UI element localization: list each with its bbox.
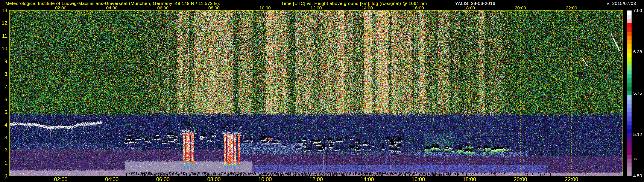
x-tick-label-bottom: 22:00	[565, 177, 578, 182]
colorbar-step	[627, 104, 632, 108]
colorbar-step	[627, 133, 632, 138]
y-tick-label: 10.	[0, 46, 8, 51]
colorbar-step	[627, 99, 632, 104]
y-tick-label: 1.	[0, 161, 8, 166]
colorbar-step	[627, 129, 632, 133]
colorbar-step	[627, 155, 632, 159]
colorbar-step	[627, 95, 632, 99]
colorbar-step	[627, 125, 632, 129]
x-tick-label-bottom: 20:00	[514, 177, 527, 182]
colorbar	[627, 10, 632, 176]
x-tick-label-top: 22:00	[566, 5, 577, 10]
colorbar-step	[627, 172, 632, 176]
lidar-quicklook-page: Meteorological Institute of Ludwig-Maxim…	[0, 0, 644, 182]
x-tick-label-bottom: 10:00	[258, 177, 272, 182]
x-tick-label-top: 06:00	[157, 5, 168, 10]
x-tick-label-top: 14:00	[362, 5, 373, 10]
colorbar-step	[627, 57, 632, 61]
colorbar-step	[627, 142, 632, 146]
y-tick-label: 0.	[0, 173, 8, 178]
colorbar-step	[627, 163, 632, 168]
x-tick-label-bottom: 18:00	[462, 177, 476, 182]
colorbar-tick-label: 5.75	[633, 91, 644, 95]
colorbar-step	[627, 150, 632, 155]
x-tick-label-bottom: 02:00	[54, 177, 68, 182]
colorbar-note: eq	[634, 157, 637, 160]
x-tick-label-top: 18:00	[464, 5, 475, 10]
colorbar-tick-label: 5.12	[633, 132, 644, 137]
colorbar-step	[627, 78, 632, 83]
colorbar-step	[627, 53, 632, 57]
colorbar-tick-label: 4.50	[633, 174, 644, 178]
plot-area	[10, 10, 623, 176]
colorbar-step	[627, 91, 632, 95]
colorbar-step	[627, 70, 632, 74]
colorbar-step	[627, 83, 632, 87]
x-tick-label-top: 12:00	[310, 5, 322, 10]
x-tick-label-top: 08:00	[208, 5, 220, 10]
colorbar-step	[627, 23, 632, 27]
plot-title: Time [UTC] vs. Height above ground [km]:…	[281, 1, 427, 6]
colorbar-tick-label: 7.00	[633, 8, 644, 13]
colorbar-step	[627, 116, 632, 121]
x-tick-label-bottom: 08:00	[207, 177, 221, 182]
x-tick-label-bottom: 06:00	[156, 177, 170, 182]
colorbar-tick-label: 6.38	[633, 50, 644, 54]
colorbar-step	[627, 146, 632, 151]
colorbar-step	[627, 138, 632, 142]
x-tick-label-top: 02:00	[55, 5, 66, 10]
y-tick-label: 6.	[0, 97, 8, 102]
colorbar-step	[627, 159, 632, 163]
colorbar-step	[627, 36, 632, 40]
y-tick-label: 9.	[0, 59, 8, 64]
colorbar-step	[627, 87, 632, 91]
x-tick-label-top: 16:00	[412, 5, 424, 10]
y-tick-label: 3.	[0, 135, 8, 140]
x-tick-label-top: 04:00	[106, 5, 118, 10]
y-tick-label: 7.	[0, 84, 8, 89]
colorbar-step	[627, 66, 632, 70]
y-tick-label: 5.	[0, 110, 8, 115]
colorbar-step	[627, 121, 632, 125]
x-tick-label-bottom: 16:00	[412, 177, 425, 182]
x-tick-label-bottom: 04:00	[105, 177, 119, 182]
x-tick-label-top: 10:00	[259, 5, 271, 10]
y-tick-label: 11.	[0, 33, 8, 39]
colorbar-step	[627, 10, 632, 15]
version-label: V: 2015/07/03	[606, 1, 636, 6]
x-tick-label-bottom: 14:00	[360, 177, 374, 182]
y-tick-label: 13.	[0, 8, 8, 13]
colorbar-step	[627, 61, 632, 66]
lidar-heatmap-canvas	[10, 10, 622, 176]
x-tick-label-top: 20:00	[515, 5, 526, 10]
colorbar-step	[627, 40, 632, 45]
y-tick-label: 2.	[0, 148, 8, 153]
colorbar-step	[627, 108, 632, 112]
colorbar-step	[627, 27, 632, 32]
colorbar-step	[627, 15, 632, 19]
colorbar-step	[627, 44, 632, 49]
colorbar-step	[627, 32, 632, 36]
colorbar-step	[627, 167, 632, 172]
colorbar-step	[627, 74, 632, 78]
y-tick-label: 4.	[0, 122, 8, 127]
y-tick-label: 12.	[0, 20, 8, 26]
instrument-date-label: YALIS: 29-06-2016	[455, 1, 495, 6]
colorbar-step	[627, 19, 632, 23]
x-tick-label-bottom: 12:00	[309, 177, 323, 182]
colorbar-step	[627, 49, 632, 53]
y-tick-label: 8.	[0, 72, 8, 77]
colorbar-step	[627, 112, 632, 116]
